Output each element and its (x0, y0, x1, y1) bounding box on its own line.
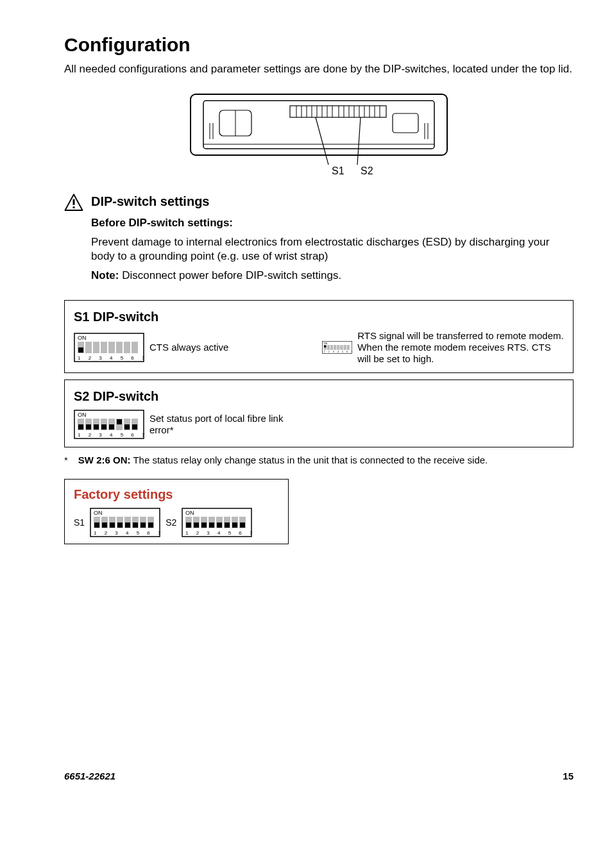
svg-rect-55 (347, 345, 350, 350)
svg-rect-60 (78, 424, 83, 430)
s1-callout: S1 (332, 165, 344, 176)
svg-rect-41 (116, 342, 123, 353)
s1-config-box: S1 DIP-switch ON 1 2 3 4 5 6 7 8 CTS alw… (64, 300, 574, 373)
svg-rect-37 (85, 342, 92, 353)
s1-left-desc: CTS always active (149, 342, 228, 353)
svg-text:ON: ON (94, 510, 103, 516)
factory-box: Factory settings S1 ON 1 2 3 4 5 6 7 8 S… (64, 479, 289, 544)
svg-rect-85 (117, 522, 123, 528)
svg-rect-93 (148, 522, 153, 528)
factory-s1-label: S1 (74, 517, 85, 528)
svg-rect-66 (101, 424, 106, 430)
svg-rect-100 (194, 522, 199, 528)
svg-rect-106 (217, 522, 222, 528)
svg-text:ON: ON (78, 412, 87, 418)
svg-rect-29 (393, 113, 418, 133)
s1-right-desc: RTS signal will be transferred to remote… (357, 330, 564, 365)
factory-s2-label: S2 (166, 517, 176, 528)
s2-config-box: S2 DIP-switch ON 1 2 3 4 5 6 7 8 Set sta… (64, 380, 574, 447)
warning-text: Prevent damage to internal electronics f… (91, 235, 574, 263)
svg-rect-36 (78, 347, 83, 353)
svg-rect-40 (108, 342, 115, 353)
s2-callout: S2 (361, 165, 373, 176)
svg-rect-48 (324, 345, 326, 347)
factory-title: Factory settings (74, 486, 279, 503)
page-footer: 6651-22621 15 (64, 770, 574, 783)
svg-rect-52 (337, 345, 339, 350)
svg-point-32 (72, 206, 74, 208)
svg-rect-50 (330, 345, 333, 350)
s1-left-dip-icon: ON 1 2 3 4 5 6 7 8 (74, 333, 144, 362)
s2-desc: Set status port of local fibre link erro… (149, 413, 291, 436)
svg-rect-102 (201, 522, 207, 528)
svg-rect-87 (125, 522, 130, 528)
warning-icon (64, 193, 83, 212)
svg-rect-81 (102, 522, 107, 528)
svg-rect-112 (240, 522, 245, 528)
svg-rect-49 (327, 345, 330, 350)
factory-s2-dip-icon: ON 1 2 3 4 5 6 7 8 (182, 508, 252, 537)
svg-rect-79 (94, 522, 99, 528)
s2-dip-icon: ON 1 2 3 4 5 6 7 8 (74, 410, 144, 439)
svg-rect-70 (117, 419, 122, 424)
svg-text:ON: ON (324, 342, 328, 344)
svg-text:1 2 3 4 5 6 7 8: 1 2 3 4 5 6 7 8 (78, 432, 144, 438)
svg-text:ON: ON (78, 335, 87, 341)
svg-rect-0 (191, 94, 447, 155)
svg-rect-104 (209, 522, 214, 528)
svg-text:1 2 3 4 5 6 7 8: 1 2 3 4 5 6 7 8 (185, 530, 252, 536)
svg-rect-68 (109, 424, 114, 430)
svg-rect-64 (94, 424, 99, 430)
svg-rect-74 (132, 424, 137, 430)
svg-line-24 (357, 117, 361, 165)
s2-title: S2 DIP-switch (74, 388, 564, 405)
svg-text:1 2 3 4 5 6 7 8: 1 2 3 4 5 6 7 8 (94, 530, 160, 536)
svg-rect-72 (124, 424, 130, 430)
warning-block: DIP-switch settings Before DIP-switch se… (64, 193, 574, 288)
svg-rect-39 (101, 342, 107, 353)
svg-text:ON: ON (185, 510, 194, 516)
svg-rect-1 (203, 101, 434, 149)
svg-rect-98 (186, 522, 191, 528)
svg-rect-43 (132, 342, 138, 353)
s1-right-dip-icon: ON 1 2 3 4 5 6 7 8 (322, 333, 352, 362)
footer-page-number: 15 (563, 770, 574, 783)
svg-text:1 2 3 4 5 6 7 8: 1 2 3 4 5 6 7 8 (78, 355, 144, 361)
device-figure: S1 S2 (64, 88, 574, 181)
s1-title: S1 DIP-switch (74, 308, 564, 325)
warning-note: Note: Disconnect power before DIP-switch… (91, 269, 574, 283)
svg-text:1 2 3 4 5 6 7 8: 1 2 3 4 5 6 7 8 (324, 351, 353, 353)
svg-rect-5 (290, 106, 386, 117)
svg-rect-108 (225, 522, 230, 528)
svg-rect-54 (343, 345, 346, 350)
intro-text: All needed configurations and parameter … (64, 62, 574, 76)
footer-doc-number: 6651-22621 (64, 770, 115, 783)
svg-rect-53 (340, 345, 343, 350)
svg-rect-110 (232, 522, 237, 528)
svg-rect-42 (124, 342, 130, 353)
factory-s1-dip-icon: ON 1 2 3 4 5 6 7 8 (90, 508, 160, 537)
footnote: *SW 2:6 ON: The status relay only change… (64, 454, 574, 467)
svg-rect-89 (133, 522, 138, 528)
svg-rect-38 (93, 342, 99, 353)
svg-rect-91 (140, 522, 146, 528)
svg-rect-51 (334, 345, 336, 350)
svg-line-23 (316, 117, 328, 165)
svg-rect-31 (73, 199, 75, 205)
svg-rect-83 (110, 522, 115, 528)
svg-rect-62 (86, 424, 91, 430)
page-title: Configuration (64, 32, 574, 57)
dip-settings-title: DIP-switch settings (91, 193, 574, 210)
before-dip-title: Before DIP-switch settings: (91, 216, 574, 230)
